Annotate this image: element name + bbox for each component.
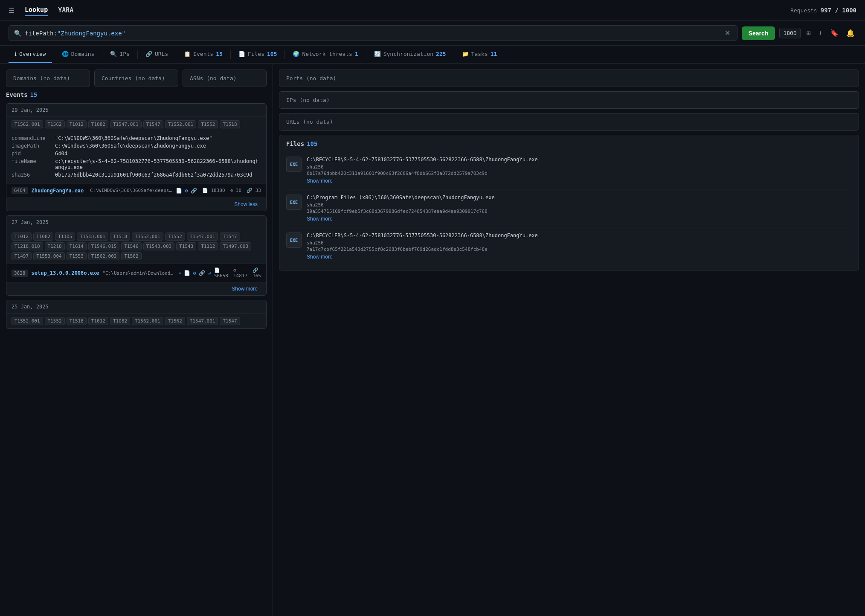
tag2-T1552[interactable]: T1552 [165,232,185,241]
clear-button[interactable]: ✕ [723,29,732,37]
tag2-T1218-010[interactable]: T1218.010 [12,242,43,250]
tag2-T1497[interactable]: T1497 [12,252,32,260]
tab-network-threats[interactable]: 🌍 Network threats 1 [287,46,364,63]
show-less-button-1[interactable]: Show less [229,200,263,209]
proc-icon-file[interactable]: 📄 [176,188,182,194]
search-input-wrapper[interactable]: 🔍 filePath:"ZhudongFangyu.exe" ✕ [9,25,737,41]
tag2-T1614[interactable]: T1614 [67,242,87,250]
detail-value-pid: 6404 [55,151,67,157]
ips-icon: 🔍 [110,51,117,57]
tag3-T1552[interactable]: T1552 [45,317,65,325]
tag3-T1562-001[interactable]: T1562.001 [132,317,163,325]
tag-T1518[interactable]: T1518 [220,120,240,128]
tag2-T1105[interactable]: T1105 [55,232,75,241]
tag2-T1218[interactable]: T1218 [45,242,65,250]
tag2-T1497-003[interactable]: T1497.003 [220,242,251,250]
bookmark-icon[interactable]: 🔖 [828,27,840,39]
tag2-T1562-002[interactable]: T1562.002 [88,252,120,260]
proc2-icon-gear[interactable]: ⚙ [193,270,196,276]
tag2-T1547[interactable]: T1547 [220,232,240,241]
tab-overview[interactable]: ℹ Overview [9,46,52,63]
detail-row-pid: pid 6404 [12,151,261,157]
process-stats-2: 📄 56658 ⚙ 14817 🔗 165 [214,267,261,279]
files-header: Files 105 [286,140,852,147]
tag-T1547[interactable]: T1547 [143,120,163,128]
show-less-wrapper-1: Show less [6,198,266,211]
proc2-icon-grid[interactable]: ⊞ [208,270,211,276]
tag2-T1082[interactable]: T1082 [33,232,53,241]
process-row-2: 3628 setup_13.0.0.2008o.exe "C:\Users\ad… [6,264,266,282]
file-hash-1: 0b17a76dbbb420c311a91601f900c63f2686a4f8… [307,171,852,176]
proc-icon-gear[interactable]: ⚙ [185,188,188,194]
tab-domains[interactable]: 🌐 Domains [56,46,101,63]
tab-synchronization[interactable]: 🔄 Synchronization 225 [368,46,452,63]
tag2-T1518-001[interactable]: T1518.001 [77,232,108,241]
tag2-T1518[interactable]: T1518 [110,232,130,241]
events-icon: 📋 [184,51,191,57]
event-tags-1: T1562.001 T1562 T1012 T1082 T1547.001 T1… [6,117,266,132]
grid-icon[interactable]: ⊞ [805,27,813,39]
search-button[interactable]: Search [742,26,775,40]
tag2-T1546-015[interactable]: T1546.015 [88,242,120,250]
tag2-T1547-001[interactable]: T1547.001 [187,232,218,241]
search-filepath-value: "ZhudongFangyu.exe" [57,30,125,37]
file-info-2: C:\Program Files (x86)\360\360Safe\deeps… [307,195,852,222]
tag3-T1562[interactable]: T1562 [165,317,185,325]
show-more-button-2[interactable]: Show more [226,284,263,293]
nav-tab-yara[interactable]: YARA [58,5,73,16]
tag-T1562-001[interactable]: T1562.001 [12,120,43,128]
tag3-T1547[interactable]: T1547 [220,317,240,325]
file-item-1: EXE C:\RECYCLER\S-5-4-62-7581032776-5377… [286,151,852,189]
tag2-T1543[interactable]: T1543 [176,242,196,250]
process-pid-1: 6404 [12,187,28,194]
event-card-1: 29 Jan, 2025 T1562.001 T1562 T1012 T1082… [6,103,267,211]
tag-T1562[interactable]: T1562 [45,120,65,128]
file-show-more-2[interactable]: Show more [307,216,333,222]
file-show-more-3[interactable]: Show more [307,254,333,260]
sync-icon: 🔄 [374,51,381,57]
tab-events[interactable]: 📋 Events 15 [178,46,229,63]
tag2-T1553[interactable]: T1553 [67,252,87,260]
tasks-count: 11 [491,51,497,57]
event-tags-2: T1012 T1082 T1105 T1518.001 T1518 T1552.… [6,229,266,264]
proc-icon-link[interactable]: 🔗 [191,188,197,194]
tag3-T1552-001[interactable]: T1552.001 [12,317,43,325]
tag-T1012[interactable]: T1012 [67,120,87,128]
nav-tab-lookup[interactable]: Lookup [25,4,48,16]
tag2-T1112[interactable]: T1112 [198,242,218,250]
tab-ips[interactable]: 🔍 IPs [104,46,135,63]
detail-value-commandline: "C:\WINDOWS\360\360Safe\deepscan\Zhudong… [55,135,212,141]
tag3-T1547-001[interactable]: T1547.001 [187,317,218,325]
sync-count: 225 [436,51,446,57]
file-icon-1: EXE [286,157,302,172]
tab-files[interactable]: 📄 Files 105 [232,46,283,63]
tag-T1547-001[interactable]: T1547.001 [110,120,142,128]
days-badge[interactable]: 180D [779,28,800,38]
tag3-T1518[interactable]: T1518 [67,317,87,325]
file-show-more-1[interactable]: Show more [307,178,333,184]
tab-urls[interactable]: 🔗 URLs [139,46,174,63]
show-more-wrapper-2: Show more [6,282,266,295]
event-card-2: 27 Jan, 2025 T1012 T1082 T1105 T1518.001… [6,215,267,296]
tag2-T1553-004[interactable]: T1553.004 [33,252,65,260]
tag-T1082[interactable]: T1082 [88,120,108,128]
tag2-T1562[interactable]: T1562 [121,252,141,260]
tag2-T1552-001[interactable]: T1552.001 [132,232,163,241]
tag-T1552-001[interactable]: T1552.001 [165,120,197,128]
tab-tasks[interactable]: 📁 Tasks 11 [456,46,503,63]
tag2-T1543-003[interactable]: T1543.003 [143,242,175,250]
download-icon[interactable]: ⬇ [816,27,824,39]
bell-icon[interactable]: 🔔 [845,27,856,39]
proc2-icon-replay[interactable]: ↩ [178,270,181,276]
urls-box: URLs (no data) [279,113,859,131]
events-count-badge: 15 [30,91,38,98]
search-filepath-label: filePath: [25,30,57,37]
tag2-T1546[interactable]: T1546 [121,242,141,250]
tag2-T1012[interactable]: T1012 [12,232,32,241]
tag3-T1012[interactable]: T1012 [88,317,108,325]
proc2-icon-link[interactable]: 🔗 [199,270,205,276]
tag3-T1082[interactable]: T1082 [110,317,130,325]
menu-icon[interactable]: ☰ [9,6,15,15]
tag-T1552[interactable]: T1552 [198,120,218,128]
proc2-icon-file[interactable]: 📄 [184,270,190,276]
